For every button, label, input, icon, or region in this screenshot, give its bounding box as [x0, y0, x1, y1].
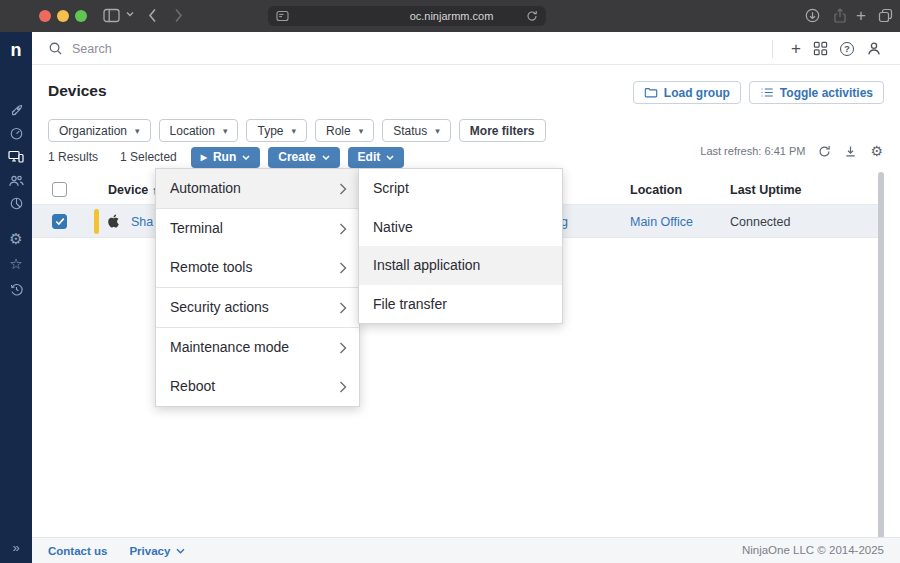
- filter-type-label: Type: [257, 124, 283, 138]
- caret-down-icon: ▾: [292, 126, 297, 136]
- chevron-right-icon: [339, 248, 347, 287]
- menu-item-maintenance-mode[interactable]: Maintenance mode: [156, 328, 359, 367]
- column-location[interactable]: Location: [630, 183, 682, 197]
- chevron-right-icon: [339, 209, 347, 248]
- minimize-window-button[interactable]: [57, 10, 69, 22]
- chevron-right-icon: [339, 288, 347, 327]
- privacy-link[interactable]: Privacy: [129, 545, 185, 557]
- apps-grid-icon[interactable]: [813, 41, 828, 56]
- play-icon: ▶: [201, 153, 207, 162]
- filter-organization[interactable]: Organization▾: [48, 119, 151, 142]
- filter-row: Organization▾ Location▾ Type▾ Role▾ Stat…: [48, 119, 546, 142]
- users-icon[interactable]: [8, 172, 24, 188]
- last-refresh-text: Last refresh: 6:41 PM: [700, 145, 805, 157]
- dashboard-gauge-icon[interactable]: [8, 125, 24, 141]
- sidebar-expand-icon[interactable]: »: [0, 540, 32, 555]
- page-footer: Contact us Privacy NinjaOne LLC © 2014-2…: [32, 537, 900, 563]
- caret-down-icon: ▾: [135, 126, 140, 136]
- header-divider: [772, 40, 773, 58]
- submenu-item-file-transfer[interactable]: File transfer: [359, 285, 562, 324]
- status-indicator-bar: [94, 209, 99, 234]
- action-row: 1 Results 1 Selected ▶ Run Create Edit: [48, 146, 412, 168]
- submenu-item-script[interactable]: Script: [359, 169, 562, 208]
- filter-location-label: Location: [170, 124, 215, 138]
- submenu-item-native[interactable]: Native: [359, 208, 562, 247]
- toggle-activities-button[interactable]: Toggle activities: [749, 81, 884, 104]
- chevron-right-icon: [339, 328, 347, 367]
- back-button[interactable]: [148, 8, 157, 23]
- folder-icon: [644, 86, 658, 99]
- browser-titlebar: oc.ninjarmm.com +: [0, 0, 900, 32]
- forward-button[interactable]: [174, 8, 183, 23]
- app-header: + ?: [32, 32, 900, 65]
- website-settings-icon[interactable]: [276, 10, 289, 22]
- reload-icon[interactable]: [526, 10, 538, 22]
- menu-item-terminal[interactable]: Terminal: [156, 209, 359, 248]
- select-all-checkbox[interactable]: [52, 182, 67, 197]
- caret-down-icon: ▾: [359, 126, 364, 136]
- create-button[interactable]: Create: [268, 147, 339, 168]
- filter-role[interactable]: Role▾: [315, 119, 374, 142]
- device-name-link[interactable]: Sha: [131, 215, 153, 229]
- activity-list-icon: [760, 86, 774, 99]
- copyright-text: NinjaOne LLC © 2014-2025: [742, 544, 884, 556]
- address-bar[interactable]: oc.ninjarmm.com: [268, 6, 546, 26]
- more-filters-label: More filters: [470, 124, 535, 138]
- new-tab-icon[interactable]: +: [856, 8, 866, 24]
- edit-label: Edit: [358, 150, 381, 164]
- column-device[interactable]: Device ↑: [108, 183, 157, 197]
- refresh-group: Last refresh: 6:41 PM ⚙: [700, 144, 883, 158]
- location-link[interactable]: Main Office: [630, 215, 693, 229]
- vertical-scrollbar[interactable]: [878, 172, 884, 544]
- chevron-down-icon: [386, 155, 394, 160]
- tab-overview-icon[interactable]: [878, 8, 893, 23]
- results-count: 1 Results: [48, 150, 98, 164]
- chevron-down-icon: [176, 548, 185, 554]
- apple-os-icon: [107, 214, 120, 228]
- filter-status-label: Status: [393, 124, 427, 138]
- contact-us-link[interactable]: Contact us: [48, 545, 107, 557]
- row-checkbox-checked[interactable]: [52, 214, 67, 229]
- filter-organization-label: Organization: [59, 124, 127, 138]
- chevron-right-icon: [339, 169, 347, 208]
- close-window-button[interactable]: [39, 10, 51, 22]
- devices-icon[interactable]: [8, 148, 24, 164]
- settings-gear-icon[interactable]: ⚙: [8, 231, 24, 247]
- search-input[interactable]: [72, 42, 292, 56]
- zoom-window-button[interactable]: [75, 10, 87, 22]
- menu-item-reboot[interactable]: Reboot: [156, 367, 359, 406]
- table-settings-gear-icon[interactable]: ⚙: [870, 144, 883, 158]
- caret-down-icon: ▾: [435, 126, 440, 136]
- menu-item-security-actions[interactable]: Security actions: [156, 288, 359, 327]
- chevron-down-icon: [242, 155, 250, 160]
- history-clock-icon[interactable]: [8, 281, 24, 297]
- edit-button[interactable]: Edit: [348, 147, 405, 168]
- filter-type[interactable]: Type▾: [246, 119, 307, 142]
- add-icon[interactable]: +: [791, 41, 801, 57]
- run-button[interactable]: ▶ Run: [191, 147, 260, 168]
- sidebar-chevron-down-icon[interactable]: [126, 11, 134, 17]
- help-icon[interactable]: ?: [840, 42, 854, 56]
- safari-sidebar-icon[interactable]: [103, 8, 120, 23]
- user-account-icon[interactable]: [866, 41, 882, 56]
- reports-pie-icon[interactable]: [8, 195, 24, 211]
- more-filters-button[interactable]: More filters: [459, 119, 546, 142]
- last-uptime-value: Connected: [730, 215, 790, 229]
- column-last-uptime[interactable]: Last Uptime: [730, 183, 802, 197]
- share-icon[interactable]: [833, 8, 847, 24]
- load-group-button[interactable]: Load group: [633, 81, 741, 104]
- rocket-icon[interactable]: [8, 102, 24, 118]
- download-icon[interactable]: [844, 145, 857, 158]
- menu-item-remote-tools[interactable]: Remote tools: [156, 248, 359, 287]
- ninjaone-logo[interactable]: n: [0, 40, 32, 61]
- filter-status[interactable]: Status▾: [382, 119, 451, 142]
- refresh-icon[interactable]: [818, 145, 831, 158]
- toggle-activities-label: Toggle activities: [780, 86, 873, 100]
- filter-location[interactable]: Location▾: [159, 119, 239, 142]
- menu-item-automation[interactable]: Automation: [156, 169, 359, 208]
- favorites-star-icon[interactable]: ☆: [8, 256, 24, 272]
- downloads-icon[interactable]: [805, 8, 820, 23]
- submenu-item-install-application[interactable]: Install application: [359, 246, 562, 285]
- run-dropdown-menu: Automation Terminal Remote tools Securit…: [155, 168, 360, 407]
- run-label: Run: [213, 150, 236, 164]
